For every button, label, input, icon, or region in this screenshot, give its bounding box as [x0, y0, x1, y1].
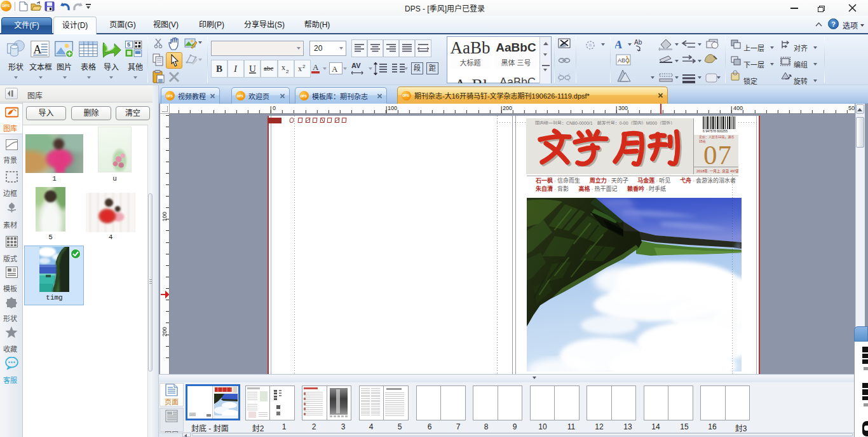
- svg-text:A: A: [33, 43, 42, 56]
- svg-text:Ab: Ab: [634, 39, 642, 46]
- svg-text:B: B: [216, 64, 222, 74]
- svg-text:AV: AV: [351, 62, 361, 69]
- svg-text:A: A: [615, 38, 623, 51]
- svg-text:x: x: [298, 64, 302, 73]
- svg-text:2: 2: [302, 64, 306, 69]
- svg-text:I: I: [233, 64, 238, 74]
- svg-text:abc: abc: [264, 64, 273, 72]
- svg-text:A: A: [332, 64, 338, 74]
- svg-text:A: A: [313, 62, 319, 72]
- svg-text:5: 5: [127, 41, 130, 48]
- svg-text:2: 2: [286, 69, 289, 74]
- svg-text:x: x: [281, 63, 285, 72]
- svg-text:U: U: [249, 64, 256, 74]
